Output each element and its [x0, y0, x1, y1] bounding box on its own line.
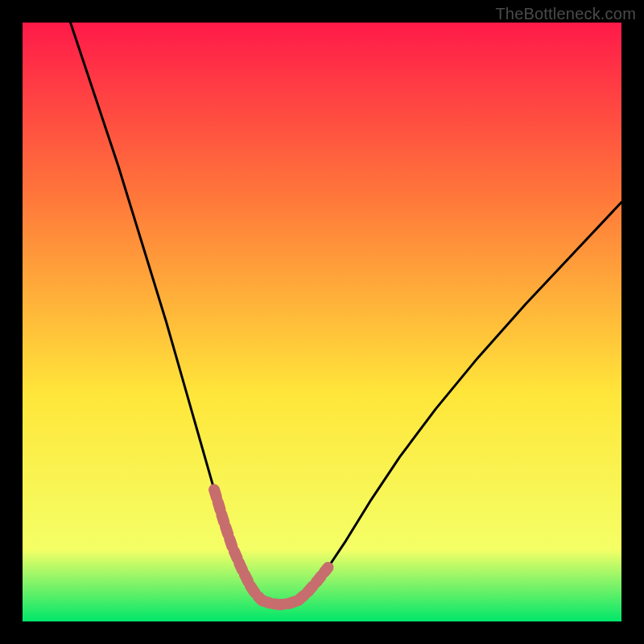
- watermark-text: TheBottleneck.com: [495, 5, 636, 23]
- chart-svg: [23, 23, 621, 621]
- chart-frame: [23, 23, 621, 621]
- gradient-bg: [23, 23, 621, 621]
